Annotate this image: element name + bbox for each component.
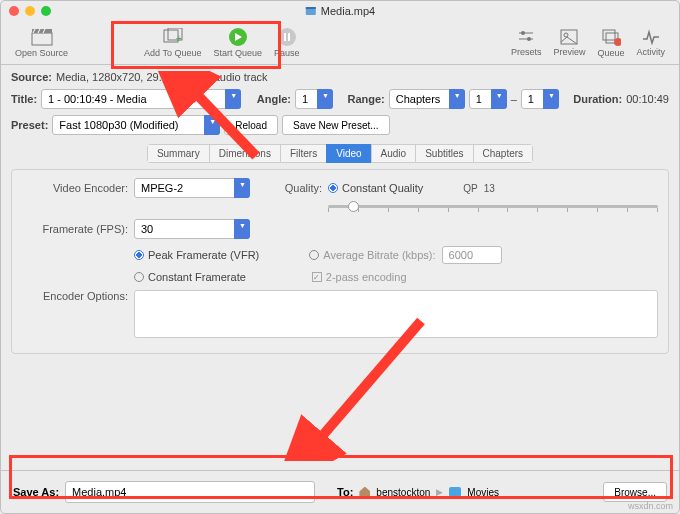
qp-value: 13 [484,183,495,194]
pause-button[interactable]: Pause [274,28,300,58]
settings-tabs: Summary Dimensions Filters Video Audio S… [147,144,533,163]
range-label: Range: [347,93,384,105]
to-label: To: [337,486,353,498]
range-type-select[interactable]: Chapters [389,89,465,109]
window-title-text: Media.mp4 [321,5,375,17]
svg-point-16 [521,31,525,35]
play-icon [229,28,247,46]
photo-icon [560,29,578,45]
svg-marker-12 [235,33,242,41]
tab-summary[interactable]: Summary [147,144,209,163]
svg-point-20 [564,33,568,37]
preset-row: Preset: Fast 1080p30 (Modified) Reload S… [11,115,669,135]
minimize-window-button[interactable] [25,6,35,16]
pulse-icon [642,29,660,45]
open-source-button[interactable]: Open Source [15,28,68,58]
preset-label: Preset: [11,119,48,131]
constant-framerate-radio[interactable] [134,272,144,282]
crumb-user[interactable]: benstockton [376,487,430,498]
peak-framerate-radio[interactable] [134,250,144,260]
preset-select[interactable]: Fast 1080p30 (Modified) [52,115,220,135]
app-window: Media.mp4 Open Source + Add To Queue Sta… [0,0,680,514]
framerate-select[interactable]: 30 [134,219,250,239]
two-pass-label: 2-pass encoding [326,271,407,283]
source-row: Source: Media, 1280x720, 29.97 FPS, 1 au… [11,71,669,83]
video-encoder-label: Video Encoder: [22,182,134,194]
clapperboard-icon [31,28,53,46]
svg-rect-4 [32,33,52,45]
svg-text:+: + [176,33,182,44]
encoder-options-input[interactable] [134,290,658,338]
quality-label: Quality: [274,182,328,194]
home-folder-icon [359,487,370,498]
video-file-icon [305,5,317,17]
add-picture-icon: + [162,28,184,46]
angle-label: Angle: [257,93,291,105]
svg-rect-13 [284,33,286,41]
presets-button[interactable]: Presets [511,29,542,57]
toolbar-label: Open Source [15,48,68,58]
watermark: wsxdn.com [628,501,673,511]
constant-quality-radio[interactable] [328,183,338,193]
constant-framerate-label: Constant Framerate [148,271,246,283]
constant-quality-label: Constant Quality [342,182,423,194]
queue-stack-icon [601,28,621,46]
toolbar-label: Preview [553,47,585,57]
zoom-window-button[interactable] [41,6,51,16]
toolbar-label: Activity [636,47,665,57]
tab-dimensions[interactable]: Dimensions [209,144,280,163]
start-queue-button[interactable]: Start Queue [213,28,262,58]
preview-button[interactable]: Preview [553,29,585,57]
tab-filters[interactable]: Filters [280,144,326,163]
peak-framerate-label: Peak Framerate (VFR) [148,249,259,261]
qp-label: QP [463,183,477,194]
output-bar: Save As: To: benstockton ▶ Movies Browse… [1,470,679,513]
source-value: Media, 1280x720, 29.97 FPS, 1 audio trac… [56,71,268,83]
toolbar-label: Pause [274,48,300,58]
average-bitrate-label: Average Bitrate (kbps): [323,249,435,261]
title-select[interactable]: 1 - 00:10:49 - Media [41,89,241,109]
video-encoder-select[interactable]: MPEG-2 [134,178,250,198]
two-pass-checkbox: ✓ [312,272,322,282]
pause-icon [278,28,296,46]
toolbar-label: Queue [597,48,624,58]
tab-chapters[interactable]: Chapters [473,144,534,163]
range-sep: – [511,93,517,105]
tab-audio[interactable]: Audio [371,144,416,163]
source-label: Source: [11,71,52,83]
crumb-folder[interactable]: Movies [467,487,499,498]
range-from-select[interactable]: 1 [469,89,507,109]
svg-rect-21 [603,30,615,40]
folder-icon [449,487,461,497]
window-titlebar: Media.mp4 [1,1,679,21]
window-title: Media.mp4 [305,5,375,17]
framerate-label: Framerate (FPS): [22,223,134,235]
angle-select[interactable]: 1 [295,89,333,109]
range-to-select[interactable]: 1 [521,89,559,109]
encoder-options-label: Encoder Options: [22,290,134,302]
toolbar-label: Add To Queue [144,48,201,58]
average-bitrate-input [442,246,502,264]
queue-button[interactable]: Queue [597,28,624,58]
reload-preset-button[interactable]: Reload [224,115,278,135]
duration-value: 00:10:49 [626,93,669,105]
save-new-preset-button[interactable]: Save New Preset... [282,115,390,135]
title-label: Title: [11,93,37,105]
svg-rect-14 [288,33,290,41]
tab-subtitles[interactable]: Subtitles [415,144,472,163]
close-window-button[interactable] [9,6,19,16]
tab-video[interactable]: Video [326,144,370,163]
content-area: Source: Media, 1280x720, 29.97 FPS, 1 au… [1,65,679,470]
svg-point-18 [527,37,531,41]
quality-slider[interactable] [328,205,658,212]
average-bitrate-radio[interactable] [309,250,319,260]
duration-label: Duration: [573,93,622,105]
browse-button[interactable]: Browse... [603,482,667,502]
toolbar-label: Start Queue [213,48,262,58]
add-to-queue-button[interactable]: + Add To Queue [144,28,201,58]
saveas-input[interactable] [65,481,315,503]
crumb-separator: ▶ [436,487,443,497]
main-toolbar: Open Source + Add To Queue Start Queue P… [1,21,679,65]
activity-button[interactable]: Activity [636,29,665,57]
video-settings-panel: Video Encoder: MPEG-2 Quality: Constant … [11,169,669,354]
